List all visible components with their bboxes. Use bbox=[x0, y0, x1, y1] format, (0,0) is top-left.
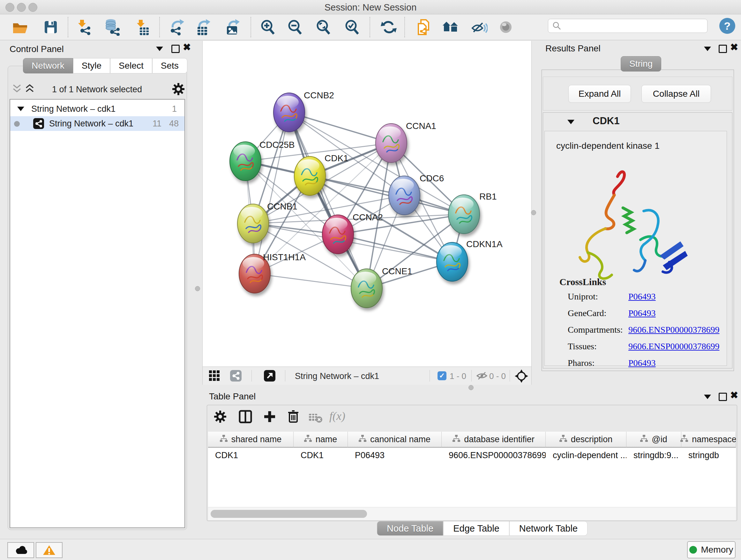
expand-all-button[interactable]: Expand All bbox=[568, 85, 631, 103]
table-horizontal-scrollbar[interactable] bbox=[208, 507, 736, 520]
tab-string[interactable]: String bbox=[621, 56, 661, 71]
table-cell[interactable]: CDK1 bbox=[208, 448, 293, 462]
network-node[interactable] bbox=[436, 242, 468, 281]
results-panel-float-icon[interactable] bbox=[719, 45, 727, 54]
table-options-gear-icon[interactable] bbox=[213, 410, 227, 425]
tab-sets[interactable]: Sets bbox=[152, 58, 187, 73]
show-columns-icon[interactable] bbox=[238, 409, 253, 425]
table-cell[interactable]: CDK1 bbox=[293, 448, 348, 462]
cloud-button[interactable] bbox=[7, 542, 34, 558]
zoom-selected-icon[interactable] bbox=[343, 18, 360, 36]
column-header[interactable]: @id bbox=[626, 432, 681, 448]
clone-network-icon[interactable] bbox=[415, 18, 432, 36]
network-node[interactable] bbox=[238, 204, 269, 243]
export-table-icon[interactable] bbox=[195, 18, 212, 36]
tab-network[interactable]: Network bbox=[23, 58, 73, 73]
column-header[interactable]: canonical name bbox=[348, 432, 442, 448]
export-image-icon[interactable] bbox=[224, 18, 242, 36]
import-network-file-icon[interactable] bbox=[75, 18, 92, 36]
network-edge[interactable] bbox=[255, 273, 367, 288]
network-row[interactable]: String Network – cdk1 11 48 bbox=[10, 116, 185, 131]
delete-table-icon[interactable] bbox=[308, 412, 323, 425]
crosslink-link[interactable]: 9606.ENSP00000378699 bbox=[628, 325, 719, 335]
delete-column-trash-icon[interactable] bbox=[286, 409, 300, 425]
scrollbar-thumb[interactable] bbox=[211, 510, 367, 518]
crosslink-link[interactable]: P06493 bbox=[628, 358, 656, 368]
function-builder-icon[interactable]: f(x) bbox=[329, 409, 345, 423]
right-splitter-handle[interactable] bbox=[531, 210, 536, 215]
gene-expand-icon[interactable] bbox=[567, 120, 575, 124]
export-network-icon[interactable] bbox=[168, 18, 185, 36]
network-options-gear-icon[interactable] bbox=[172, 82, 185, 97]
tab-edge-table[interactable]: Edge Table bbox=[443, 521, 509, 536]
add-column-icon[interactable] bbox=[262, 409, 277, 425]
table-cell[interactable]: cyclin-dependent ... bbox=[546, 448, 626, 462]
import-network-database-icon[interactable] bbox=[104, 18, 121, 36]
collapse-all-button[interactable]: Collapse All bbox=[642, 85, 711, 103]
network-node[interactable] bbox=[376, 124, 407, 163]
network-node[interactable] bbox=[351, 269, 382, 308]
network-node[interactable] bbox=[273, 93, 305, 132]
table-cell[interactable]: stringdb:9... bbox=[626, 448, 681, 462]
save-session-icon[interactable] bbox=[42, 18, 59, 36]
network-node[interactable] bbox=[389, 176, 420, 215]
network-canvas[interactable]: CCNB2CCNA1CDC25BCDK1CDC6RB1CCNB1CCNA2CDK… bbox=[202, 41, 532, 367]
tab-style[interactable]: Style bbox=[73, 58, 110, 73]
control-panel-close-icon[interactable]: ✖ bbox=[183, 44, 191, 52]
control-panel-menu-icon[interactable] bbox=[156, 47, 163, 52]
collection-expand-icon[interactable] bbox=[17, 107, 24, 111]
table-panel-float-icon[interactable] bbox=[719, 393, 727, 402]
eye-wave-icon[interactable] bbox=[470, 18, 488, 36]
table-cell[interactable]: 9606.ENSP00000378699 bbox=[442, 448, 546, 462]
two-houses-icon[interactable] bbox=[442, 18, 459, 36]
crosslink-link[interactable]: 9606.ENSP00000378699 bbox=[628, 341, 719, 352]
zoom-fit-icon[interactable] bbox=[315, 18, 332, 36]
network-view-share-icon[interactable] bbox=[230, 370, 242, 381]
detach-view-icon[interactable] bbox=[264, 370, 275, 381]
column-header[interactable]: database identifier bbox=[442, 432, 546, 448]
table-cell[interactable]: P06493 bbox=[348, 448, 442, 462]
tab-select[interactable]: Select bbox=[110, 58, 152, 73]
node-table[interactable]: shared namenamecanonical namedatabase id… bbox=[208, 432, 736, 507]
left-splitter-handle[interactable] bbox=[195, 286, 200, 291]
zoom-in-icon[interactable] bbox=[259, 18, 276, 36]
column-header[interactable]: description bbox=[546, 432, 626, 448]
crosslink-link[interactable]: P06493 bbox=[628, 308, 656, 318]
eye-disabled-icon[interactable] bbox=[497, 18, 515, 36]
birds-eye-crosshair-icon[interactable] bbox=[515, 369, 528, 384]
attribute-type-icon bbox=[304, 435, 312, 444]
grid-view-icon[interactable] bbox=[209, 370, 220, 382]
bottom-splitter-handle[interactable] bbox=[468, 385, 474, 390]
network-node[interactable] bbox=[294, 157, 326, 195]
window-title: Session: New Session bbox=[0, 2, 741, 13]
refresh-layout-icon[interactable] bbox=[380, 18, 397, 36]
tab-network-table[interactable]: Network Table bbox=[509, 521, 588, 536]
column-header[interactable]: name bbox=[293, 432, 348, 448]
control-panel-float-icon[interactable] bbox=[172, 45, 180, 54]
tab-node-table[interactable]: Node Table bbox=[377, 521, 443, 536]
table-cell[interactable]: stringdb bbox=[681, 448, 736, 462]
network-node[interactable] bbox=[448, 195, 480, 234]
network-edge[interactable] bbox=[255, 112, 289, 273]
network-node[interactable] bbox=[230, 142, 261, 181]
network-collection-row[interactable]: String Network – cdk1 1 bbox=[10, 102, 185, 116]
column-header[interactable]: shared name bbox=[208, 432, 293, 448]
crosslink-label: Tissues: bbox=[568, 341, 597, 352]
open-session-icon[interactable] bbox=[11, 18, 29, 36]
network-node[interactable] bbox=[322, 215, 354, 254]
zoom-out-icon[interactable] bbox=[286, 18, 304, 36]
memory-button[interactable]: Memory bbox=[687, 541, 736, 558]
search-field[interactable] bbox=[548, 19, 708, 33]
column-header[interactable]: namespace bbox=[681, 432, 736, 448]
warning-button[interactable] bbox=[36, 542, 63, 558]
results-panel-close-icon[interactable]: ✖ bbox=[730, 44, 738, 52]
table-panel-close-icon[interactable]: ✖ bbox=[730, 392, 738, 400]
hidden-eye-slash-icon[interactable] bbox=[476, 371, 488, 382]
crosslink-link[interactable]: P06493 bbox=[628, 292, 656, 302]
search-input[interactable] bbox=[562, 21, 700, 31]
selected-checkbox-icon[interactable]: ✓ bbox=[437, 371, 447, 380]
import-table-icon[interactable] bbox=[134, 18, 151, 36]
table-panel-menu-icon[interactable] bbox=[704, 395, 711, 400]
help-icon[interactable]: ? bbox=[719, 18, 735, 34]
results-panel-menu-icon[interactable] bbox=[704, 47, 711, 52]
